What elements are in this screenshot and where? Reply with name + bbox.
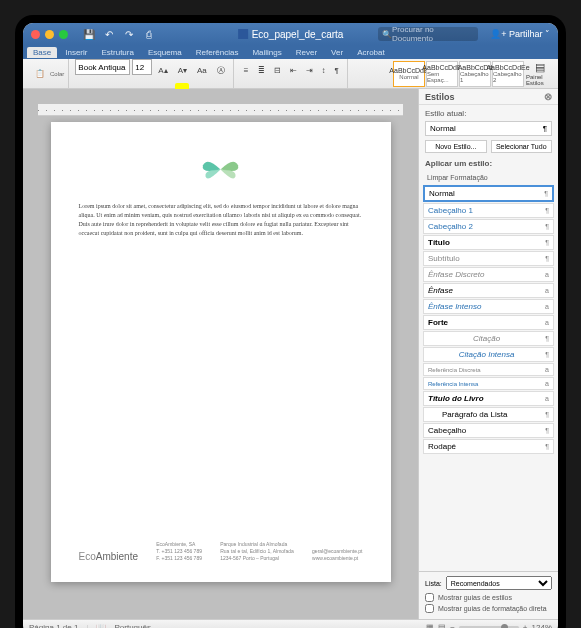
brand-logo: EcoAmbiente	[79, 551, 138, 562]
ribbon-tab-base[interactable]: Base	[27, 47, 57, 58]
page-footer: EcoAmbiente EcoAmbiente, SA T. +351 123 …	[79, 541, 363, 562]
ribbon-tab-ver[interactable]: Ver	[325, 47, 349, 58]
share-button[interactable]: 👤+ Partilhar ˅	[490, 29, 550, 39]
paste-label: Colar	[50, 71, 64, 77]
titlebar: 💾 ↶ ↷ ⎙ Eco_papel_de_carta 🔍 Procurar no…	[23, 23, 558, 45]
current-style-box[interactable]: Normal¶	[425, 121, 552, 136]
ribbon-tab-estrutura[interactable]: Estrutura	[95, 47, 139, 58]
select-all-button[interactable]: Selecionar Tudo	[491, 140, 553, 153]
logo-butterfly	[198, 152, 243, 187]
style-list-item[interactable]: Citação¶	[423, 331, 554, 346]
new-style-button[interactable]: Novo Estilo...	[425, 140, 487, 153]
language-status[interactable]: Português	[114, 623, 150, 628]
close-pane-icon[interactable]: ⊗	[544, 91, 552, 102]
save-icon[interactable]: 💾	[83, 28, 95, 40]
body-paragraph[interactable]: Lorem ipsum dolor sit amet, consectetur …	[79, 202, 363, 238]
search-input[interactable]: 🔍 Procurar no Documento	[378, 27, 478, 41]
zoom-in[interactable]: +	[523, 623, 528, 628]
horizontal-ruler[interactable]	[38, 104, 403, 116]
footer-col-3: geral@ecoambiente.pt www.ecoambiente.pt	[312, 548, 362, 562]
ribbon-tab-esquema[interactable]: Esquema	[142, 47, 188, 58]
ribbon: 📋 Colar Book Antiqua 12 A▴ A▾ Aa Ⓐ N I S…	[23, 59, 558, 89]
style-list-item[interactable]: Fortea	[423, 315, 554, 330]
ribbon-tab-rever[interactable]: Rever	[290, 47, 323, 58]
style-list-item[interactable]: Ênfase Intensoa	[423, 299, 554, 314]
spell-check-icon[interactable]: 📖	[96, 623, 106, 628]
style-list-item[interactable]: Título¶	[423, 235, 554, 250]
print-icon[interactable]: ⎙	[143, 28, 155, 40]
style-list-item[interactable]: Título do Livroa	[423, 391, 554, 406]
style-list-item[interactable]: Ênfasea	[423, 283, 554, 298]
outdent-button[interactable]: ⇤	[286, 59, 301, 81]
clear-formatting[interactable]: Limpar Formatação	[423, 172, 554, 183]
style-list-item[interactable]: Cabeçalho 1¶	[423, 203, 554, 218]
style-gallery-item[interactable]: AaBbCcDdENormal	[393, 61, 425, 87]
style-list-item[interactable]: Referência Intensaa	[423, 377, 554, 390]
page[interactable]: Lorem ipsum dolor sit amet, consectetur …	[51, 122, 391, 582]
style-list-item[interactable]: Referência Discretaa	[423, 363, 554, 376]
view-web-icon[interactable]: ▤	[438, 623, 446, 628]
paste-button[interactable]: 📋	[31, 63, 49, 85]
page-count[interactable]: Página 1 de 1	[29, 623, 78, 628]
zoom-level[interactable]: 124%	[532, 623, 552, 628]
ribbon-tab-acrobat[interactable]: Acrobat	[351, 47, 391, 58]
size-selector[interactable]: 12	[132, 59, 152, 75]
style-list-item[interactable]: Normal¶	[423, 185, 554, 202]
shrink-font[interactable]: A▾	[174, 59, 191, 81]
style-list-item[interactable]: Citação Intensa¶	[423, 347, 554, 362]
styles-pane-button[interactable]: ▤ Painel Estilos	[526, 61, 554, 87]
status-bar: Página 1 de 1 | 📖 Português ▦ ▤ − + 124%	[23, 619, 558, 628]
show-style-guides-check[interactable]: Mostrar guias de estilos	[425, 593, 552, 602]
zoom-out[interactable]: −	[450, 623, 455, 628]
style-list-item[interactable]: Rodapé¶	[423, 439, 554, 454]
footer-col-1: EcoAmbiente, SA T. +351 123 456 789 F. +…	[156, 541, 202, 562]
apply-style-label: Aplicar um estilo:	[419, 157, 558, 170]
undo-icon[interactable]: ↶	[103, 28, 115, 40]
redo-icon[interactable]: ↷	[123, 28, 135, 40]
pane-title: Estilos	[425, 92, 455, 102]
style-gallery-item[interactable]: AaBbCcDdEeCabeçalho 2	[492, 61, 524, 87]
numbering-button[interactable]: ≣	[254, 59, 269, 81]
style-list-item[interactable]: Parágrafo da Lista¶	[423, 407, 554, 422]
style-list-item[interactable]: Ênfase Discretoa	[423, 267, 554, 282]
document-title: Eco_papel_de_carta	[238, 29, 344, 40]
style-list-item[interactable]: Subtítulo¶	[423, 251, 554, 266]
ribbon-tab-mailings[interactable]: Mailings	[246, 47, 287, 58]
maximize-window[interactable]	[59, 30, 68, 39]
show-marks-button[interactable]: ¶	[331, 59, 343, 81]
styles-pane: Estilos ⊗ Estilo atual: Normal¶ Novo Est…	[418, 89, 558, 619]
multilevel-button[interactable]: ⊟	[270, 59, 285, 81]
indent-button[interactable]: ⇥	[302, 59, 317, 81]
list-filter-select[interactable]: Recomendados	[446, 576, 552, 590]
clear-format[interactable]: Ⓐ	[213, 59, 229, 81]
bullets-button[interactable]: ≡	[240, 59, 253, 81]
style-list-item[interactable]: Cabeçalho 2¶	[423, 219, 554, 234]
minimize-window[interactable]	[45, 30, 54, 39]
document-area[interactable]: Lorem ipsum dolor sit amet, consectetur …	[23, 89, 418, 619]
current-style-label: Estilo atual:	[425, 109, 552, 118]
change-case[interactable]: Aa	[193, 59, 211, 81]
close-window[interactable]	[31, 30, 40, 39]
style-gallery-item[interactable]: AaBbCcDdESem Espaç...	[426, 61, 458, 87]
window-controls	[31, 30, 68, 39]
footer-col-2: Parque Industrial da Almofada Rua tal e …	[220, 541, 294, 562]
ribbon-tab-referências[interactable]: Referências	[190, 47, 245, 58]
show-format-guides-check[interactable]: Mostrar guias de formatação direta	[425, 604, 552, 613]
view-print-icon[interactable]: ▦	[426, 623, 434, 628]
ribbon-tabs: BaseInserirEstruturaEsquemaReferênciasMa…	[23, 45, 558, 59]
sort-button[interactable]: ↕	[318, 59, 330, 81]
style-list-item[interactable]: Cabeçalho¶	[423, 423, 554, 438]
list-label: Lista:	[425, 580, 442, 587]
ribbon-tab-inserir[interactable]: Inserir	[59, 47, 93, 58]
grow-font[interactable]: A▴	[154, 59, 171, 81]
font-selector[interactable]: Book Antiqua	[75, 59, 130, 75]
